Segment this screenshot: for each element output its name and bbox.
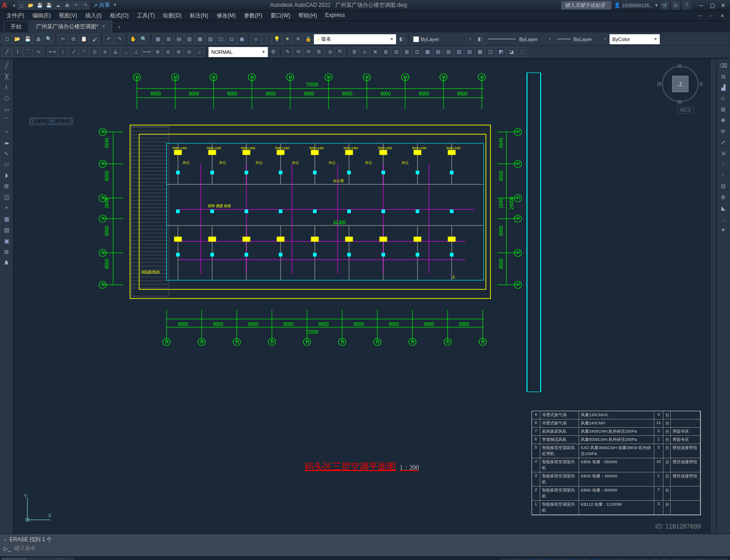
fillet-tool-icon[interactable]: ◞	[718, 214, 729, 224]
trim-tool-icon[interactable]: ⟋	[718, 159, 729, 169]
ortho-toggle-icon[interactable]: ∟	[535, 558, 546, 560]
tool6-icon[interactable]: ▧	[205, 34, 215, 44]
tool2-icon[interactable]: ⊞	[163, 34, 173, 44]
spline-icon[interactable]: ∿	[33, 47, 43, 57]
tool9-icon[interactable]: ▣	[237, 34, 247, 44]
menu-帮助H[interactable]: 帮助(H)	[295, 11, 321, 21]
dim12-icon[interactable]: ⊖	[163, 47, 173, 57]
copy-tool-icon[interactable]: ⧉	[718, 72, 729, 82]
iso2-toggle-icon[interactable]: ◩	[683, 558, 694, 560]
undo-icon[interactable]: ↶	[72, 1, 80, 10]
new-icon[interactable]: ◻	[2, 34, 12, 44]
dimstyle-dropdown[interactable]: NORMAL▾	[209, 47, 268, 57]
scale-tool-icon[interactable]: ⤢	[718, 137, 729, 147]
minimize-button[interactable]: ─	[696, 1, 706, 10]
mod3-icon[interactable]: ⟳	[303, 47, 313, 57]
menu-修改M[interactable]: 修改(M)	[213, 11, 240, 21]
text-tool-icon[interactable]: A	[1, 258, 12, 268]
custom-toggle-icon[interactable]: ☰	[717, 558, 728, 560]
search-input[interactable]: 键入关键字或短语	[561, 1, 611, 10]
dim11-icon[interactable]: ⊕	[152, 47, 162, 57]
line-tool-icon[interactable]: ╱	[1, 61, 12, 71]
array-tool-icon[interactable]: ⊞	[718, 105, 729, 115]
menu-格式O[interactable]: 格式(O)	[106, 11, 132, 21]
tool5-icon[interactable]: ▦	[195, 34, 205, 44]
mod2-icon[interactable]: ⟲	[293, 47, 303, 57]
block-tool-icon[interactable]: ◫	[1, 192, 12, 202]
drawing-canvas[interactable]: [-][俯视][二维线框] 上 北 南 西 东 WCS 72000 H8000H…	[14, 59, 710, 534]
command-input[interactable]: ▷_ 键入命令	[4, 544, 726, 552]
extend-tool-icon[interactable]: ⟍	[718, 170, 729, 180]
trans-toggle-icon[interactable]: ▦	[603, 558, 614, 560]
mod1-icon[interactable]: ✎	[282, 47, 292, 57]
ly12-icon[interactable]: ▨	[464, 47, 474, 57]
viewcube-top[interactable]: 上	[672, 76, 688, 92]
chamfer-tool-icon[interactable]: ◣	[718, 203, 729, 213]
open-icon[interactable]: 📂	[12, 34, 22, 44]
sc-toggle-icon[interactable]: ⟂	[626, 558, 637, 560]
menu-窗口W[interactable]: 窗口(W)	[267, 11, 294, 21]
plotcolor-dropdown[interactable]: ByColor▾	[610, 34, 660, 44]
add-layout-button[interactable]: +	[57, 558, 73, 560]
freeze-icon[interactable]: ❄	[293, 34, 303, 44]
color-dropdown[interactable]: ByLayer▾	[411, 34, 474, 44]
xline-tool-icon[interactable]: ╳	[1, 72, 12, 82]
preview-icon[interactable]: 🔍	[44, 34, 54, 44]
break-tool-icon[interactable]: ⊟	[718, 181, 729, 191]
region-tool-icon[interactable]: ▣	[1, 236, 12, 246]
tool1-icon[interactable]: ▦	[153, 34, 163, 44]
ly7-icon[interactable]: ⊡	[412, 47, 422, 57]
menu-Express[interactable]: Express	[322, 11, 349, 21]
erase-tool-icon[interactable]: ⌫	[718, 61, 729, 71]
ann-toggle-icon[interactable]: Ａ	[637, 558, 648, 560]
add-tab-button[interactable]: +	[113, 22, 125, 32]
dim6-icon[interactable]: ⌀	[100, 47, 110, 57]
tab-model[interactable]: 模型	[2, 558, 26, 560]
mod6-icon[interactable]: ⇱	[335, 47, 345, 57]
tab-document[interactable]: 广州某广场办公楼空调图*×	[29, 21, 112, 32]
grid-toggle-icon[interactable]: ⊞	[512, 558, 523, 560]
paste-icon[interactable]: 📋	[79, 34, 89, 44]
point-tool-icon[interactable]: •	[1, 203, 12, 213]
layer-dropdown[interactable]: ● 签名▾	[314, 34, 396, 44]
save-icon[interactable]: 💾	[23, 34, 33, 44]
iso-toggle-icon[interactable]: ◢	[558, 558, 568, 560]
dim15-icon[interactable]: ⟐	[194, 47, 204, 57]
web-icon[interactable]: ☁	[54, 1, 62, 10]
hatch-tool-icon[interactable]: ▦	[1, 214, 12, 224]
dim2-icon[interactable]: ↕	[58, 47, 68, 57]
earc-tool-icon[interactable]: ◗	[1, 170, 12, 180]
clean-toggle-icon[interactable]: ▣	[706, 558, 717, 560]
tab-start[interactable]: 开始	[4, 21, 28, 32]
open-icon[interactable]: 📂	[26, 1, 35, 10]
ly4-icon[interactable]: ⊞	[381, 47, 391, 57]
menu-参数P[interactable]: 参数(P)	[240, 11, 266, 21]
table-tool-icon[interactable]: ⊞	[1, 247, 12, 257]
doc-restore-button[interactable]: ▫	[706, 12, 716, 20]
move-tool-icon[interactable]: ✥	[718, 115, 729, 126]
viewcube-w[interactable]: 西	[657, 81, 662, 88]
dim3-icon[interactable]: ⤢	[68, 47, 78, 57]
insert-tool-icon[interactable]: ⊞	[1, 181, 12, 191]
layer-state-icon[interactable]: ⋮	[261, 34, 271, 44]
polygon-tool-icon[interactable]: ⬠	[1, 94, 12, 104]
tool3-icon[interactable]: ▤	[174, 34, 184, 44]
zoom-icon[interactable]: 🔍	[139, 34, 149, 44]
osnap-toggle-icon[interactable]: ◻	[569, 558, 580, 560]
maximize-button[interactable]: ▢	[707, 1, 717, 10]
share-button[interactable]: ↗ 共享	[93, 1, 110, 10]
spline-tool-icon[interactable]: ∿	[1, 148, 12, 158]
arc-icon[interactable]: ⌒	[23, 47, 33, 57]
print-icon[interactable]: 🖶	[33, 34, 43, 44]
viewcube-e[interactable]: 东	[699, 81, 704, 88]
close-button[interactable]: ✕	[718, 1, 728, 10]
menu-文件F[interactable]: 文件(F)	[3, 11, 28, 21]
cut-icon[interactable]: ✂	[58, 34, 68, 44]
user-menu[interactable]: 👤1505999135...▾	[614, 2, 658, 8]
app-icon[interactable]: Ⓐ	[672, 1, 680, 10]
ly10-icon[interactable]: ▥	[443, 47, 454, 57]
join-tool-icon[interactable]: ⊕	[718, 192, 729, 202]
sun-icon[interactable]: ☀	[282, 34, 292, 44]
menu-绘图D[interactable]: 绘图(D)	[159, 11, 185, 21]
tool4-icon[interactable]: ▥	[184, 34, 194, 44]
